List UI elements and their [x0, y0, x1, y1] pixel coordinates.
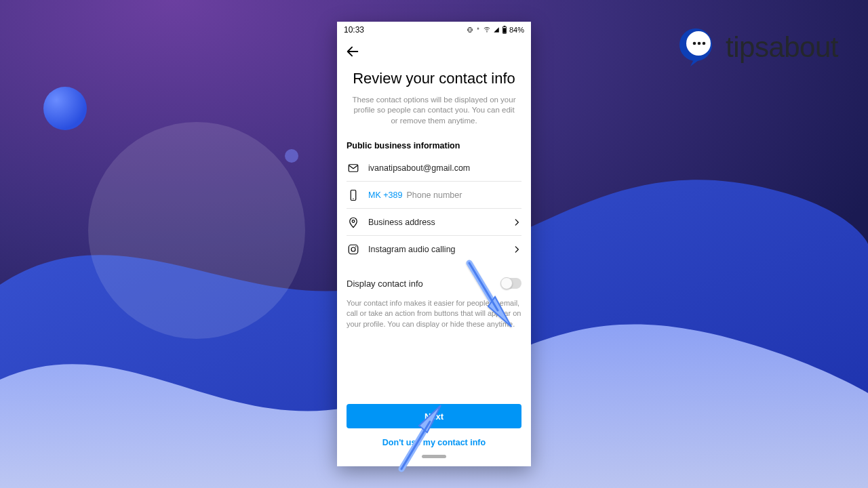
svg-point-8 [703, 42, 706, 45]
next-button[interactable]: Next [347, 404, 521, 428]
brand-watermark: tipsabout [674, 26, 838, 69]
phone-row[interactable]: MK +389Phone number [347, 182, 521, 209]
email-value: ivanatipsabout@gmail.com [368, 163, 521, 173]
svg-point-1 [88, 122, 305, 339]
status-battery-pct: 84% [509, 26, 524, 34]
status-time: 10:33 [344, 25, 364, 35]
brand-name: tipsabout [726, 31, 838, 64]
display-contact-helper: Your contact info makes it easier for pe… [347, 298, 521, 329]
svg-point-2 [43, 87, 87, 130]
phone-country-prefix: MK +389 [368, 190, 402, 200]
phone-icon [347, 188, 360, 202]
dont-use-contact-button[interactable]: Don't use my contact info [347, 438, 521, 447]
svg-rect-12 [503, 28, 506, 33]
email-icon [347, 161, 360, 175]
vpn-key-icon [475, 26, 481, 33]
phone-placeholder: Phone number [406, 190, 462, 200]
page-title: Review your contact info [347, 69, 521, 88]
display-contact-label: Display contact info [347, 279, 423, 289]
page-subtitle: These contact options will be displayed … [351, 95, 517, 127]
tipsabout-logo-icon [674, 26, 717, 69]
display-contact-toggle[interactable] [501, 278, 521, 289]
address-row[interactable]: Business address [347, 209, 521, 236]
instagram-icon [347, 243, 360, 256]
tutorial-slide: tipsabout 10:33 84% Review your contact … [0, 0, 868, 488]
svg-point-15 [353, 198, 353, 199]
svg-point-6 [693, 42, 696, 45]
svg-point-16 [352, 220, 355, 222]
status-indicators: 84% [467, 26, 524, 34]
status-bar: 10:33 84% [337, 22, 531, 38]
home-indicator [422, 455, 446, 458]
phone-label: MK +389Phone number [368, 190, 521, 200]
svg-point-7 [698, 42, 701, 45]
chevron-right-icon [512, 245, 521, 254]
bottom-actions: Next Don't use my contact info [337, 397, 531, 466]
contact-info-list: ivanatipsabout@gmail.com MK +389Phone nu… [347, 155, 521, 263]
vibrate-icon [467, 26, 473, 33]
email-row[interactable]: ivanatipsabout@gmail.com [347, 155, 521, 182]
phone-frame: 10:33 84% Review your contact info These… [337, 22, 531, 466]
back-arrow-icon[interactable] [345, 44, 360, 59]
chevron-right-icon [512, 218, 521, 227]
svg-rect-11 [504, 26, 506, 26]
signal-icon [493, 26, 500, 33]
address-label: Business address [368, 218, 504, 227]
svg-point-18 [351, 247, 355, 251]
svg-point-9 [486, 31, 487, 32]
location-pin-icon [347, 216, 360, 229]
audio-calling-label: Instagram audio calling [368, 245, 504, 254]
display-contact-toggle-row: Display contact info [347, 278, 521, 289]
svg-rect-17 [349, 245, 358, 254]
toggle-knob [500, 277, 513, 289]
wifi-icon [483, 26, 491, 33]
screen-content: Review your contact info These contact o… [337, 65, 531, 393]
svg-point-3 [285, 149, 298, 163]
battery-icon [502, 26, 507, 34]
audio-calling-row[interactable]: Instagram audio calling [347, 236, 521, 263]
section-label: Public business information [347, 141, 521, 150]
app-bar [337, 38, 531, 65]
svg-point-19 [355, 246, 357, 247]
